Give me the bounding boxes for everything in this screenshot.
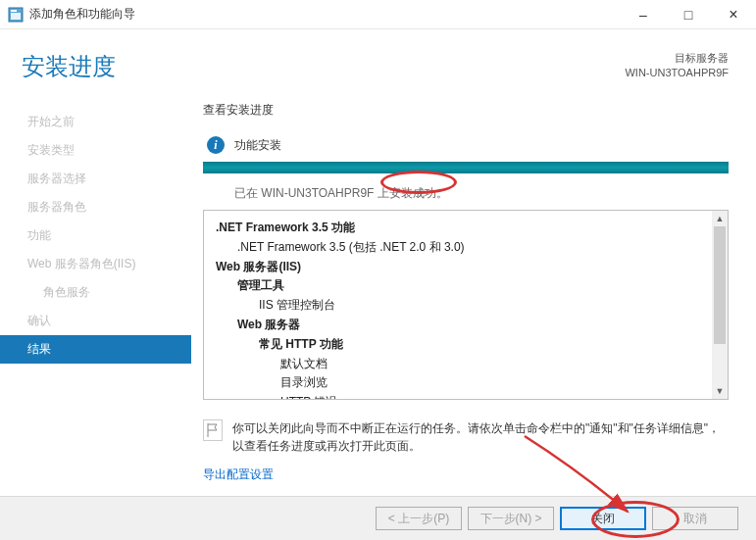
section-heading: 查看安装进度 (203, 102, 729, 119)
wizard-steps: 开始之前安装类型服务器选择服务器角色功能Web 服务器角色(IIS)角色服务确认… (0, 90, 191, 482)
main-content: 查看安装进度 i 功能安装 已在 WIN-UN3TOAHPR9F 上安装成功。 … (191, 90, 756, 482)
close-window-button[interactable]: × (711, 0, 756, 29)
target-server-label: 目标服务器 (625, 51, 729, 66)
previous-button: < 上一步(P) (376, 507, 462, 530)
window-title: 添加角色和功能向导 (29, 6, 621, 23)
feature-item: HTTP 错误 (216, 393, 716, 400)
wizard-step: Web 服务器角色(IIS) (0, 250, 191, 278)
note-text: 你可以关闭此向导而不中断正在运行的任务。请依次单击命令栏中的"通知"和"任务详细… (232, 419, 729, 455)
wizard-step: 开始之前 (0, 108, 191, 136)
scroll-down-button[interactable]: ▼ (712, 383, 728, 399)
scrollbar[interactable]: ▲ ▼ (712, 211, 728, 399)
note-row: 你可以关闭此向导而不中断正在运行的任务。请依次单击命令栏中的"通知"和"任务详细… (203, 419, 729, 455)
progress-bar (203, 162, 729, 173)
status-row: i 功能安装 (203, 136, 729, 154)
window-controls: – □ × (621, 0, 756, 29)
wizard-step: 结果 (0, 335, 191, 364)
install-result-text: 已在 WIN-UN3TOAHPR9F 上安装成功。 (234, 185, 448, 202)
wizard-step: 服务器角色 (0, 193, 191, 221)
feature-item: 默认文档 (216, 355, 716, 374)
wizard-step: 确认 (0, 307, 191, 335)
header: 安装进度 目标服务器 WIN-UN3TOAHPR9F (0, 29, 756, 90)
next-button: 下一步(N) > (468, 507, 554, 530)
feature-item: 管理工具 (216, 276, 716, 296)
svg-rect-2 (11, 13, 21, 20)
maximize-button[interactable]: □ (666, 0, 711, 29)
feature-item: Web 服务器 (216, 316, 716, 335)
flag-icon (203, 419, 223, 441)
wizard-step: 安装类型 (0, 136, 191, 165)
page-title: 安装进度 (22, 51, 625, 82)
installed-features-list[interactable]: .NET Framework 3.5 功能.NET Framework 3.5 … (203, 210, 729, 400)
wizard-step: 角色服务 (0, 278, 191, 307)
export-config-link[interactable]: 导出配置设置 (203, 466, 274, 483)
feature-item: 常见 HTTP 功能 (216, 335, 716, 355)
minimize-button[interactable]: – (621, 0, 666, 29)
cancel-button: 取消 (652, 507, 738, 530)
feature-item: IIS 管理控制台 (216, 296, 716, 316)
target-server-block: 目标服务器 WIN-UN3TOAHPR9F (625, 51, 729, 81)
wizard-step: 功能 (0, 221, 191, 250)
footer-buttons: < 上一步(P) 下一步(N) > 关闭 取消 (0, 496, 756, 540)
install-status-text: 功能安装 (234, 137, 281, 154)
feature-item: Web 服务器(IIS) (216, 258, 716, 277)
feature-item: .NET Framework 3.5 功能 (216, 219, 716, 238)
scroll-up-button[interactable]: ▲ (712, 211, 728, 226)
app-icon (8, 7, 24, 23)
wizard-step: 服务器选择 (0, 165, 191, 193)
feature-item: .NET Framework 3.5 (包括 .NET 2.0 和 3.0) (216, 238, 716, 258)
svg-rect-1 (11, 10, 17, 12)
scroll-thumb[interactable] (714, 226, 726, 344)
titlebar: 添加角色和功能向导 – □ × (0, 0, 756, 29)
target-server-name: WIN-UN3TOAHPR9F (625, 66, 729, 80)
info-icon: i (207, 136, 225, 154)
close-button[interactable]: 关闭 (560, 507, 646, 530)
feature-item: 目录浏览 (216, 373, 716, 393)
